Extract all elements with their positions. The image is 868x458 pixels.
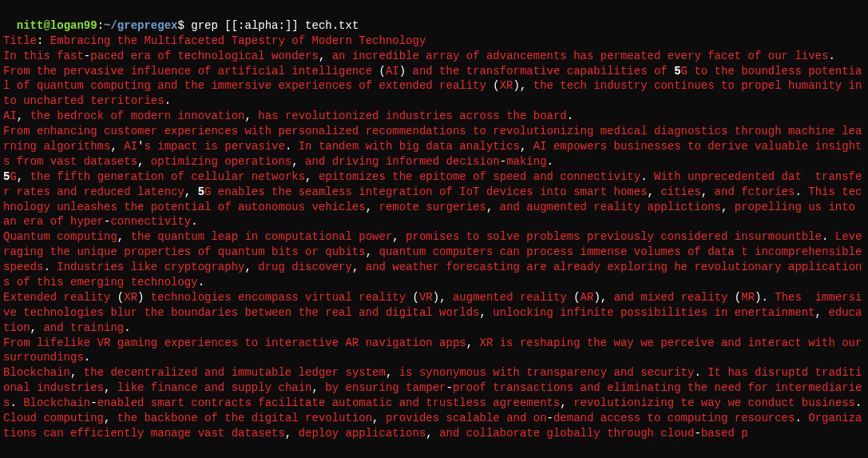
output-text: . [285, 140, 299, 153]
output-text: , [366, 201, 379, 213]
output-text: G [10, 170, 16, 183]
output-text: . [795, 412, 808, 424]
output-text: and collaborate globally through cloud [439, 427, 694, 440]
output-line: Quantum computing, the quantum leap in c… [3, 229, 865, 290]
output-text: XR [124, 291, 137, 304]
output-text: the bedrock of modern innovation [30, 110, 245, 122]
output-text: provides scalable and on [386, 412, 547, 424]
output-text: , [426, 427, 439, 440]
output-text: remote surgeries [379, 201, 486, 213]
output-text: the backbone of the digital revolution [117, 412, 372, 424]
output-text: and the transformative capabilities of [413, 65, 675, 78]
output-text: . [547, 155, 553, 168]
output-text: ), [433, 291, 453, 304]
output-text: - [694, 427, 700, 440]
output-text: . [567, 110, 573, 122]
output-text: , [17, 110, 30, 122]
output-text: , [137, 155, 151, 168]
output-text: , [386, 366, 399, 379]
terminal-prompt-line[interactable]: nitt@logan99:~/grepregex$ grep [[:alpha:… [3, 3, 865, 34]
output-text: , [366, 245, 379, 258]
output-line: Blockchain, the decentralized and immuta… [3, 365, 865, 411]
output-text: , [291, 155, 305, 168]
output-text: , [110, 140, 124, 153]
output-text: and augmented reality applictions [500, 201, 721, 213]
output-text: ), [593, 291, 613, 304]
output-line: AI, the bedrock of modern innovation, ha… [3, 109, 865, 124]
prompt-command: grep [[:alpha:]] tech.txt [191, 19, 359, 32]
output-text: . [822, 230, 835, 243]
output-text: and training [43, 321, 124, 334]
output-line: From the pervasive influence of artifici… [3, 64, 865, 110]
output-line: From enhancing customer experiences with… [3, 124, 865, 169]
output-text: , [721, 201, 735, 213]
output-text: Blockchain [23, 396, 90, 409]
output-text: the quantum leap in computational power [131, 230, 393, 243]
output-text: : [37, 34, 50, 47]
output-text: . [855, 396, 862, 409]
output-text: like finance and supply chain [117, 381, 312, 394]
output-text: , [560, 396, 573, 409]
output-text: and mixed reality [614, 291, 735, 304]
output-text: Embracing the Multifaceted Tapestry of M… [50, 34, 426, 47]
output-text: the decentralized and immutable ledger s… [84, 366, 386, 379]
output-text: From the pervasive influence of artifici… [3, 65, 379, 78]
output-text: epitomizes the epitome of speed and conn… [319, 170, 640, 183]
output-text: ), [513, 79, 533, 92]
output-text: ) [399, 65, 413, 78]
output-text: , [352, 261, 366, 273]
output-text: s impact is pervasive [144, 140, 284, 153]
output-text: , [117, 230, 131, 243]
output-text: demand access to computing resources [553, 412, 795, 424]
output-text: , [815, 306, 829, 319]
output-text: ). [755, 291, 775, 304]
output-text: ( [735, 291, 741, 304]
output-text: and driving informed decision [305, 155, 500, 168]
output-line: 5G, the fifth generation of cellular net… [3, 169, 865, 230]
output-text: enabled smart contracts facilitate autom… [97, 396, 561, 409]
output-text: , [372, 412, 386, 424]
terminal-output: Title: Embracing the Multifaceted Tapest… [3, 34, 865, 441]
output-text: . [84, 351, 90, 364]
output-text: , [466, 337, 480, 349]
output-text: . [694, 366, 707, 379]
output-text: . [164, 94, 171, 107]
output-text: Quantum computing [3, 230, 117, 243]
output-text: , [70, 366, 84, 379]
output-text: AR [581, 291, 594, 304]
output-text: , [648, 185, 661, 198]
output-text: - [500, 155, 506, 168]
output-text: , [104, 381, 117, 394]
output-text: , [184, 185, 198, 198]
output-text: - [90, 396, 97, 409]
output-text: 5 [198, 185, 204, 198]
output-text: Blockchain [3, 366, 70, 379]
output-text: MR [741, 291, 755, 304]
output-text: , [104, 412, 117, 424]
output-text: . [124, 321, 130, 334]
output-text: . [828, 50, 834, 62]
output-text: an incredible array of advancements has … [332, 50, 829, 62]
output-text: , [244, 261, 258, 273]
output-text: ( [413, 291, 419, 304]
output-text: ( [117, 291, 124, 304]
output-text: promises to solve problems previously co… [406, 230, 822, 243]
output-text: AI [3, 110, 17, 122]
prompt-path: ~/grepregex [104, 19, 177, 32]
output-text: paced era of technological wonders [90, 50, 319, 62]
output-text: and fctories [715, 185, 795, 198]
output-text: unlocking infinite possibilities in ener… [493, 306, 814, 319]
output-text: . [640, 170, 654, 183]
output-text: , [319, 50, 332, 62]
output-text: , [392, 230, 406, 243]
output-line: From lifelike VR gaming experiences to i… [3, 336, 865, 366]
output-text: . [191, 215, 197, 228]
output-text: Industries like cryptography [57, 261, 244, 273]
prompt-user: nitt [17, 19, 44, 32]
output-text: . [198, 276, 204, 289]
output-text: , [480, 306, 493, 319]
output-text: . [43, 261, 57, 273]
output-text: optimizing operations [151, 155, 291, 168]
output-line: Cloud computing, the backbone of the dig… [3, 411, 865, 441]
output-text: , [30, 321, 44, 334]
